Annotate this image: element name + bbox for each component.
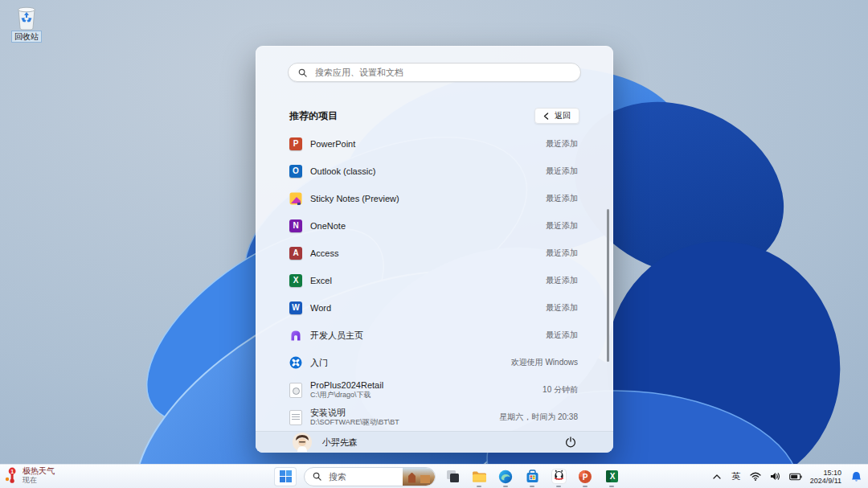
item-label: 入门 bbox=[310, 358, 511, 368]
recycle-bin-label: 回收站 bbox=[12, 31, 41, 42]
power-icon bbox=[565, 437, 576, 448]
qq-button[interactable] bbox=[549, 466, 568, 487]
file-explorer-button[interactable] bbox=[469, 466, 489, 487]
item-status: 10 分钟前 bbox=[542, 384, 578, 396]
weather-widget[interactable]: 1 极热天气 现在 bbox=[5, 466, 55, 484]
edge-icon bbox=[498, 470, 513, 484]
clock-date: 2024/9/11 bbox=[810, 477, 841, 485]
edge-button[interactable] bbox=[496, 466, 515, 487]
list-item-outlook[interactable]: O Outlook (classic) 最近添加 bbox=[289, 158, 578, 185]
wifi-button[interactable] bbox=[748, 468, 763, 486]
heat-warning-icon: 1 bbox=[5, 467, 18, 484]
item-status: 最近添加 bbox=[546, 275, 578, 286]
clock-time: 15:10 bbox=[810, 469, 841, 477]
item-label: ProPlus2024Retail bbox=[310, 380, 542, 391]
running-indicator bbox=[609, 486, 614, 487]
item-status: 最近添加 bbox=[546, 138, 578, 150]
power-button[interactable] bbox=[560, 432, 581, 453]
tray-chevron-button[interactable] bbox=[710, 468, 724, 486]
microsoft-store-icon bbox=[526, 470, 539, 483]
item-path: C:\用户\drago\下载 bbox=[310, 391, 542, 400]
list-item-word[interactable]: W Word 最近添加 bbox=[289, 294, 578, 322]
list-item-sticky-notes[interactable]: Sticky Notes (Preview) 最近添加 bbox=[289, 185, 578, 212]
running-indicator bbox=[583, 486, 588, 487]
list-item-powerpoint[interactable]: P PowerPoint 最近添加 bbox=[289, 130, 578, 158]
wifi-icon bbox=[750, 472, 761, 481]
svg-text:X: X bbox=[609, 472, 615, 481]
start-search-input[interactable] bbox=[313, 67, 571, 78]
chevron-left-icon bbox=[543, 113, 549, 120]
item-status: 最近添加 bbox=[546, 248, 578, 259]
item-status: 最近添加 bbox=[546, 302, 578, 314]
recommended-list: P PowerPoint 最近添加 O Outlook (classic) 最近… bbox=[256, 129, 613, 431]
item-status: 最近添加 bbox=[546, 193, 578, 204]
ime-indicator[interactable]: 英 bbox=[730, 470, 743, 482]
recycle-bin-icon bbox=[13, 5, 40, 31]
excel-taskbar-button[interactable]: X bbox=[602, 466, 621, 487]
user-profile-button[interactable]: 小羿先森 bbox=[293, 433, 560, 452]
item-status: 最近添加 bbox=[546, 166, 578, 177]
list-item-install-notes[interactable]: 安装说明 D:\SOFTWARE\驱动\BT\BT 星期六，时间为 20:38 bbox=[289, 404, 578, 431]
list-item-proplus-file[interactable]: ProPlus2024Retail C:\用户\drago\下载 10 分钟前 bbox=[289, 376, 578, 404]
desktop: 回收站 推荐的项目 返回 P Pow bbox=[0, 0, 868, 488]
qq-icon bbox=[551, 469, 567, 484]
list-item-dev-home[interactable]: 开发人员主页 最近添加 bbox=[289, 322, 578, 349]
item-label: Word bbox=[310, 303, 546, 314]
access-icon: A bbox=[289, 247, 302, 260]
item-label: PowerPoint bbox=[310, 139, 546, 150]
list-item-onenote[interactable]: N OneNote 最近添加 bbox=[289, 212, 578, 240]
windows-logo-icon bbox=[280, 470, 292, 482]
battery-button[interactable] bbox=[788, 468, 803, 486]
notification-button[interactable] bbox=[849, 468, 863, 486]
item-status: 最近添加 bbox=[546, 220, 578, 232]
user-name: 小羿先森 bbox=[322, 437, 358, 449]
running-indicator bbox=[530, 486, 534, 487]
recycle-bin-shortcut[interactable]: 回收站 bbox=[3, 5, 50, 42]
back-button[interactable]: 返回 bbox=[534, 108, 579, 124]
list-item-access[interactable]: A Access 最近添加 bbox=[289, 240, 578, 267]
start-search-box[interactable] bbox=[288, 63, 581, 82]
start-menu-footer: 小羿先森 bbox=[256, 431, 613, 453]
svg-text:P: P bbox=[583, 472, 588, 481]
item-label: OneNote bbox=[310, 221, 546, 232]
item-status: 最近添加 bbox=[546, 330, 578, 341]
taskbar-search-box[interactable] bbox=[304, 467, 436, 486]
excel-icon: X bbox=[605, 470, 619, 483]
clock[interactable]: 15:10 2024/9/11 bbox=[809, 469, 843, 485]
scrollbar[interactable] bbox=[607, 209, 609, 362]
onenote-icon: N bbox=[289, 219, 302, 232]
back-button-label: 返回 bbox=[555, 110, 571, 121]
list-item-excel[interactable]: X Excel 最近添加 bbox=[289, 267, 578, 294]
speaker-icon bbox=[770, 472, 780, 481]
chevron-up-icon bbox=[713, 474, 721, 479]
dev-home-icon bbox=[289, 329, 302, 342]
get-started-icon bbox=[289, 356, 302, 369]
recommended-section-title: 推荐的项目 bbox=[289, 109, 338, 123]
volume-button[interactable] bbox=[768, 468, 783, 486]
word-icon: W bbox=[289, 301, 302, 314]
running-indicator bbox=[503, 486, 508, 487]
weather-title: 极热天气 bbox=[23, 466, 55, 476]
taskbar-search-input[interactable] bbox=[327, 471, 403, 482]
item-label: 开发人员主页 bbox=[310, 330, 546, 341]
sticky-notes-icon bbox=[289, 192, 302, 205]
microsoft-store-button[interactable] bbox=[522, 466, 542, 487]
search-highlight-image[interactable] bbox=[403, 468, 435, 486]
start-menu-panel: 推荐的项目 返回 P PowerPoint 最近添加 O Outlook (cl… bbox=[256, 46, 613, 453]
battery-icon bbox=[789, 473, 802, 481]
item-label: Sticky Notes (Preview) bbox=[310, 194, 546, 204]
powerpoint-icon: P bbox=[578, 470, 592, 484]
text-file-icon bbox=[289, 410, 302, 425]
item-label: 安装说明 bbox=[310, 408, 499, 418]
running-indicator bbox=[556, 486, 561, 487]
start-button[interactable] bbox=[274, 467, 297, 486]
powerpoint-taskbar-button[interactable]: P bbox=[575, 466, 595, 487]
svg-text:1: 1 bbox=[10, 468, 14, 474]
installer-file-icon bbox=[289, 383, 302, 398]
list-item-get-started[interactable]: 入门 欢迎使用 Windows bbox=[289, 349, 578, 376]
weather-subtitle: 现在 bbox=[23, 476, 55, 484]
task-view-button[interactable] bbox=[443, 466, 462, 487]
notification-bell-icon bbox=[851, 471, 862, 482]
task-view-icon bbox=[446, 470, 460, 483]
powerpoint-icon: P bbox=[289, 137, 302, 150]
